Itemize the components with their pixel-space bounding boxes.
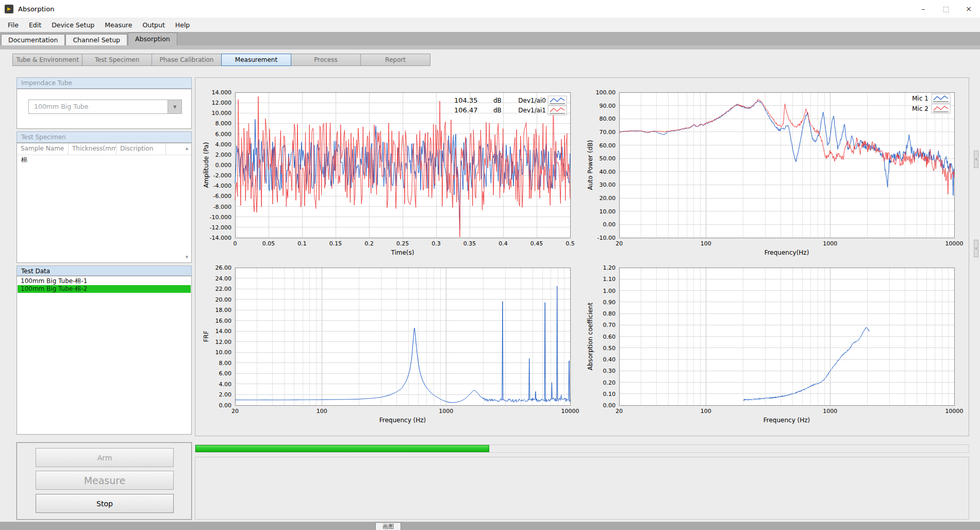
auto-power-chart[interactable]: 20100100010000100.0090.0080.0070.0060.00… xyxy=(587,89,964,256)
x-axis-label: Frequency (Hz) xyxy=(763,417,810,424)
y-axis-label: FRF xyxy=(203,330,210,342)
table-row[interactable]: 棉 xyxy=(17,155,191,165)
test-specimen-header: Test Specimen xyxy=(16,131,192,143)
svg-text:10000: 10000 xyxy=(945,240,964,247)
dropdown-arrow-button[interactable]: ▼ xyxy=(168,100,181,113)
subtab-process[interactable]: Process xyxy=(291,54,361,66)
sample-name-cell: 棉 xyxy=(21,156,27,163)
impedance-tube-dropdown-value: 100mm Big Tube xyxy=(29,100,168,113)
tab-channel-setup[interactable]: Channel Setup xyxy=(65,34,127,45)
subtab-phase-calibration[interactable]: Phase Calibration xyxy=(152,54,222,66)
svg-text:100: 100 xyxy=(701,240,711,247)
absorption-coefficient-chart[interactable]: 201001000100001.201.101.000.900.800.700.… xyxy=(587,264,964,424)
svg-text:0.30: 0.30 xyxy=(603,368,616,374)
x-axis-label: Frequency(Hz) xyxy=(765,249,809,256)
chevron-down-icon: ▼ xyxy=(173,105,176,109)
menu-item-edit[interactable]: Edit xyxy=(24,20,46,30)
y-axis-label: Amplitude (Pa) xyxy=(203,142,210,188)
svg-text:14.000: 14.000 xyxy=(212,89,232,96)
subtab-test-specimen[interactable]: Test Specimen xyxy=(82,54,152,66)
tab-documentation[interactable]: Documentation xyxy=(1,34,65,45)
svg-text:24.00: 24.00 xyxy=(215,275,232,282)
svg-text:20.00: 20.00 xyxy=(600,195,616,202)
table-header-row: Sample Name Thickness(mm) Discription xyxy=(17,143,191,155)
menubar: File Edit Device Setup Measure Output He… xyxy=(0,18,980,32)
svg-text:8.000: 8.000 xyxy=(215,120,232,127)
svg-text:-8.000: -8.000 xyxy=(213,204,231,210)
splitter-collapse-handle-2[interactable]: ‹ xyxy=(974,240,978,257)
tab-absorption[interactable]: Absorption xyxy=(128,32,177,45)
arm-button[interactable]: Arm xyxy=(36,448,174,467)
column-discription[interactable]: Discription xyxy=(117,143,166,155)
window-controls: – □ × xyxy=(912,0,980,18)
svg-text:-12.000: -12.000 xyxy=(210,224,231,231)
test-data-list[interactable]: 100mm Big Tube-棉-1 100mm Big Tube-棉-2 xyxy=(16,276,192,435)
chevron-left-icon: ‹ xyxy=(975,245,977,251)
scroll-down-icon[interactable]: ▼ xyxy=(183,255,191,259)
svg-text:14.00: 14.00 xyxy=(215,328,232,335)
subtab-measurement[interactable]: Measurement xyxy=(221,54,291,66)
svg-text:10.00: 10.00 xyxy=(215,349,232,356)
column-thickness[interactable]: Thickness(mm) xyxy=(69,143,117,155)
close-button[interactable]: × xyxy=(957,0,980,18)
subtab-report[interactable]: Report xyxy=(360,54,430,66)
svg-text:30.00: 30.00 xyxy=(600,181,616,188)
menu-item-measure[interactable]: Measure xyxy=(99,20,137,30)
measure-button[interactable]: Measure xyxy=(36,471,174,490)
svg-text:-6.000: -6.000 xyxy=(213,193,231,200)
svg-text:4.000: 4.000 xyxy=(215,141,232,148)
scroll-up-icon[interactable]: ▲ xyxy=(183,146,191,151)
stop-button[interactable]: Stop xyxy=(36,494,174,513)
svg-text:0: 0 xyxy=(234,240,237,247)
charts-canvas[interactable]: 00.050.10.150.20.250.30.350.40.450.514.0… xyxy=(195,78,969,437)
svg-text:0.00: 0.00 xyxy=(603,221,616,228)
bottom-float-tab[interactable]: 画图 xyxy=(375,522,401,530)
legend-label: Dev1/ai0 xyxy=(518,97,546,104)
svg-text:60.00: 60.00 xyxy=(600,142,616,149)
bottom-empty-panel xyxy=(195,457,969,520)
splitter-collapse-handle[interactable]: ‹ xyxy=(974,151,978,168)
maximize-button[interactable]: □ xyxy=(935,0,957,18)
svg-text:100.00: 100.00 xyxy=(596,89,616,96)
svg-text:1.20: 1.20 xyxy=(603,264,616,271)
frf-chart[interactable]: 2010010001000026.0024.0022.0020.0018.001… xyxy=(203,264,579,424)
list-item-selected[interactable]: 100mm Big Tube-棉-2 xyxy=(18,285,191,293)
svg-text:0.25: 0.25 xyxy=(396,240,409,247)
minimize-button[interactable]: – xyxy=(912,0,935,18)
svg-text:0.60: 0.60 xyxy=(603,334,616,340)
svg-text:10000: 10000 xyxy=(945,408,964,415)
svg-text:0.10: 0.10 xyxy=(603,391,616,397)
list-item[interactable]: 100mm Big Tube-棉-1 xyxy=(18,277,191,285)
y-axis-label: Auto Power (dB) xyxy=(587,140,594,190)
menu-item-output[interactable]: Output xyxy=(137,20,170,30)
float-tab-label: 画图 xyxy=(383,523,394,530)
time-waveform-chart[interactable]: 00.050.10.150.20.250.30.350.40.450.514.0… xyxy=(203,89,575,256)
subtab-tube-environment[interactable]: Tube & Environment xyxy=(12,54,82,66)
svg-text:4.00: 4.00 xyxy=(219,381,232,388)
svg-text:0.4: 0.4 xyxy=(499,240,508,247)
svg-text:0.5: 0.5 xyxy=(566,240,575,247)
svg-text:1000: 1000 xyxy=(823,408,837,415)
svg-text:0.20: 0.20 xyxy=(603,379,616,386)
readout-value: 106.47 xyxy=(454,106,478,114)
table-scrollbar[interactable]: ▲ ▼ xyxy=(183,144,191,262)
column-sample-name[interactable]: Sample Name xyxy=(17,143,69,155)
menu-item-file[interactable]: File xyxy=(3,20,24,30)
menu-item-help[interactable]: Help xyxy=(170,20,195,30)
svg-text:0.00: 0.00 xyxy=(603,402,616,409)
subtab-bar: Tube & Environment Test Specimen Phase C… xyxy=(13,54,430,66)
readout-value: 104.35 xyxy=(454,96,478,104)
window-title: Absorption xyxy=(18,5,54,13)
legend-label: Mic 1 xyxy=(912,95,928,102)
menu-item-device-setup[interactable]: Device Setup xyxy=(46,20,99,30)
x-axis-label: Frequency (Hz) xyxy=(379,417,426,424)
svg-text:2.000: 2.000 xyxy=(215,152,232,158)
tab-strip: Documentation Channel Setup Absorption xyxy=(0,32,980,45)
svg-text:0.40: 0.40 xyxy=(603,356,616,363)
impedance-tube-dropdown[interactable]: 100mm Big Tube ▼ xyxy=(28,100,182,114)
svg-text:12.000: 12.000 xyxy=(212,100,232,106)
svg-text:20.00: 20.00 xyxy=(215,296,232,303)
svg-text:0.05: 0.05 xyxy=(262,240,275,247)
svg-text:1.10: 1.10 xyxy=(603,276,616,283)
test-specimen-table[interactable]: Sample Name Thickness(mm) Discription 棉 … xyxy=(16,143,192,263)
